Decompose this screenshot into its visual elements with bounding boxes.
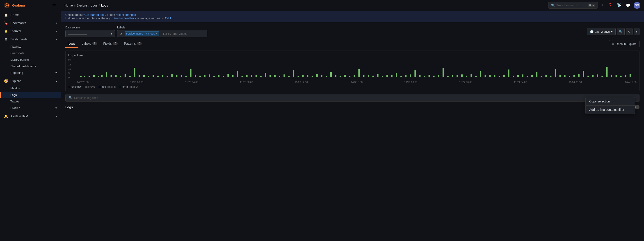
sidebar-item-snapshots[interactable]: Snapshots (0, 50, 60, 56)
search-icon: 🔍 (551, 4, 555, 7)
logs-table-header: Logs Logs Table Wrap lines (65, 104, 640, 110)
svg-rect-2 (52, 4, 56, 4)
topbar-right: 🔍 Search or jump to... ⌘+k + ❓ 📡 💬 SG (548, 2, 640, 9)
svg-rect-57 (321, 75, 322, 77)
svg-rect-77 (414, 70, 416, 77)
svg-rect-9 (98, 76, 99, 77)
labels-input[interactable]: ⚗ service_name = varlogs ✕ Filter by lab… (117, 30, 207, 37)
get-started-link[interactable]: Get started doc (84, 13, 104, 17)
svg-rect-78 (419, 75, 420, 77)
svg-rect-47 (274, 75, 276, 77)
label-tag[interactable]: service_name = varlogs ✕ (124, 31, 159, 36)
info-banner: Check out our Get started doc , or see r… (61, 11, 644, 22)
sidebar-item-bookmarks[interactable]: 🔖 Bookmarks ▾ (0, 19, 60, 27)
user-avatar[interactable]: SG (634, 2, 640, 9)
svg-rect-38 (232, 75, 234, 77)
star-icon: ⭐ (4, 29, 8, 33)
svg-rect-100 (522, 75, 524, 77)
svg-rect-22 (157, 76, 159, 77)
legend-error: error Total: 2 (119, 85, 138, 88)
svg-rect-97 (508, 70, 509, 77)
global-search[interactable]: 🔍 Search or jump to... ⌘+k (548, 2, 598, 9)
svg-rect-113 (583, 71, 584, 77)
sidebar-item-logs[interactable]: Logs (0, 92, 60, 98)
sidebar-item-traces[interactable]: Traces (0, 98, 60, 105)
log-search-input[interactable] (74, 96, 636, 100)
svg-rect-95 (499, 76, 500, 77)
chart-legend: unknown Total: 640 info Total: 8 error T… (68, 85, 636, 88)
svg-rect-71 (386, 75, 388, 77)
page-content: Check out our Get started doc , or see r… (61, 11, 644, 241)
zoom-button[interactable]: 🔍 (617, 28, 624, 35)
data-source-label: Data source (65, 26, 115, 29)
svg-rect-51 (293, 70, 294, 77)
svg-rect-13 (115, 75, 116, 77)
svg-rect-35 (218, 75, 220, 77)
recent-changes-link[interactable]: recent changes (116, 13, 136, 17)
sidebar-item-dashboards[interactable]: ⊞ Dashboards ▴ (0, 35, 60, 43)
sidebar-item-profiles[interactable]: Profiles ▾ (0, 105, 60, 111)
svg-rect-73 (396, 73, 397, 77)
svg-rect-116 (597, 75, 598, 77)
svg-rect-56 (316, 74, 318, 77)
github-link[interactable]: GitHub (165, 17, 174, 20)
tab-fields[interactable]: Fields 5 (100, 40, 121, 48)
svg-rect-70 (382, 76, 383, 77)
svg-rect-26 (176, 75, 177, 77)
search-icon: 🔍 (69, 96, 72, 100)
messages-button[interactable]: 💬 (624, 2, 632, 9)
sidebar-item-playlists[interactable]: Playlists (0, 43, 60, 50)
sidebar-item-reporting[interactable]: Reporting ▾ (0, 70, 60, 76)
svg-rect-81 (433, 76, 434, 77)
svg-rect-30 (195, 75, 196, 77)
feedback-link[interactable]: Send us feedback (113, 17, 136, 20)
help-button[interactable]: ❓ (606, 2, 614, 9)
log-search-bar[interactable]: 🔍 (65, 94, 640, 102)
refresh-button[interactable]: ↻ (626, 28, 632, 35)
svg-rect-40 (242, 76, 243, 77)
tab-labels[interactable]: Labels 3 (78, 40, 100, 48)
context-menu-copy-selection[interactable]: Copy selection (586, 97, 635, 105)
chevron-down-icon: ▾ (56, 30, 57, 33)
svg-rect-41 (246, 75, 248, 77)
collapse-sidebar-button[interactable] (51, 2, 57, 9)
add-button[interactable]: + (600, 2, 605, 9)
sidebar-item-metrics[interactable]: Metrics (0, 85, 60, 92)
breadcrumb: Home / Explore / Logs / Logs (64, 4, 108, 7)
svg-rect-25 (171, 74, 172, 77)
sidebar-item-alerts-irm[interactable]: 🔔 Alerts & IRM ▾ (0, 112, 60, 120)
chart-area[interactable]: 20 15 10 5 0 (68, 59, 636, 84)
svg-rect-49 (284, 75, 285, 77)
time-range-button[interactable]: 🕐 Last 2 days ▾ (587, 28, 616, 35)
open-in-explore-button[interactable]: ⊙ Open in Explore (609, 40, 640, 47)
breadcrumb-logs[interactable]: Logs (91, 4, 98, 7)
sidebar-item-shared-dashboards[interactable]: Shared dashboards (0, 63, 60, 70)
sidebar-item-home[interactable]: 🏠 Home (0, 11, 60, 19)
legend-error-dot (119, 87, 122, 87)
labels-label: Labels (117, 26, 207, 29)
context-menu-add-filter[interactable]: Add as line contains filter (586, 106, 635, 114)
svg-rect-32 (204, 75, 206, 77)
sidebar-item-starred[interactable]: ⭐ Starred ▾ (0, 27, 60, 35)
topbar: Home / Explore / Logs / Logs 🔍 Search or… (61, 0, 644, 11)
svg-rect-59 (330, 72, 332, 77)
sidebar-item-explore[interactable]: 🧭 Explore ▴ (0, 77, 60, 85)
grafana-logo[interactable]: Grafana (4, 2, 25, 9)
breadcrumb-explore[interactable]: Explore (76, 4, 87, 7)
notifications-button[interactable]: 📡 (616, 2, 623, 9)
more-options-button[interactable]: ▾ (634, 28, 640, 35)
tab-patterns[interactable]: Patterns 0 (121, 40, 145, 48)
breadcrumb-home[interactable]: Home (64, 4, 73, 7)
svg-rect-46 (270, 75, 271, 77)
sidebar-item-library-panels[interactable]: Library panels (0, 56, 60, 63)
svg-rect-74 (400, 76, 402, 77)
compass-icon: 🧭 (4, 79, 8, 83)
tab-logs[interactable]: Logs (65, 40, 78, 48)
open-explore-icon: ⊙ (612, 42, 614, 46)
svg-rect-92 (485, 75, 486, 77)
chevron-down-icon: ▾ (56, 71, 57, 75)
remove-label-button[interactable]: ✕ (156, 32, 158, 35)
svg-rect-18 (138, 75, 140, 77)
labels-placeholder: Filter by label values (161, 32, 188, 36)
data-source-select[interactable]: ▬▬▬▬▬▬▬ ▾ (65, 30, 115, 37)
